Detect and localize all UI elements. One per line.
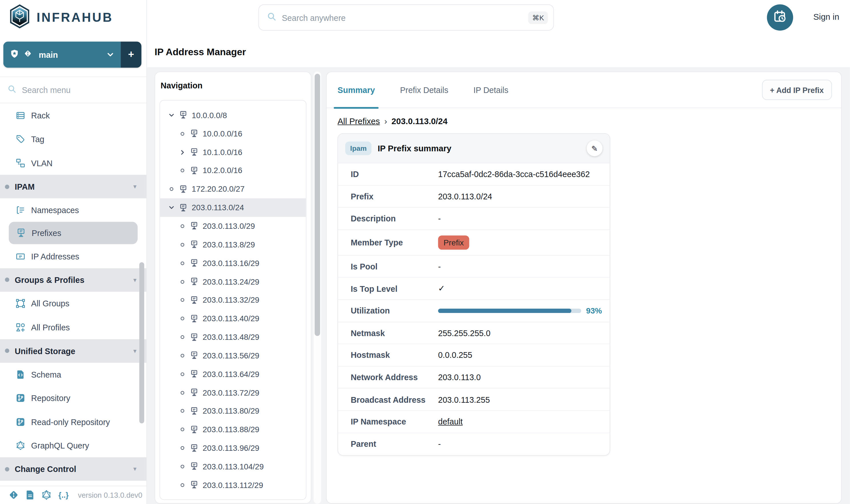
tree-item-203-0-113-0-29[interactable]: IP 203.0.113.0/29 (160, 217, 306, 235)
tree-item-203-0-113-64-29[interactable]: IP 203.0.113.64/29 (160, 365, 306, 383)
leaf-circle-icon[interactable] (179, 353, 186, 359)
leaf-circle-icon[interactable] (179, 315, 186, 322)
git-icon[interactable] (9, 490, 19, 500)
sidebar-item-repository[interactable]: Repository (0, 386, 146, 410)
section-collapse-icon[interactable]: ▼ (132, 277, 138, 283)
ip-prefix-icon: IP (190, 389, 198, 397)
tab-prefix-details[interactable]: Prefix Details (400, 72, 449, 108)
tree-item-203-0-113-8-29[interactable]: IP 203.0.113.8/29 (160, 235, 306, 254)
tree-item-203-0-113-0-24[interactable]: IP 203.0.113.0/24 (160, 199, 306, 217)
leaf-circle-icon[interactable] (179, 167, 186, 174)
sidebar-section-change-control[interactable]: Change Control ▼ (0, 457, 146, 481)
sidebar-section-groups-profiles[interactable]: Groups & Profiles ▼ (0, 268, 146, 292)
git-branch-icon (23, 49, 32, 60)
sidebar-item-schema[interactable]: Schema (0, 363, 146, 386)
vlan-icon (15, 158, 25, 167)
sidebar-item-tag[interactable]: Tag (0, 128, 146, 151)
summary-row-is-top-level: Is Top Level✓ (338, 278, 610, 300)
tree-item-203-0-113-16-29[interactable]: IP 203.0.113.16/29 (160, 254, 306, 273)
sidebar-item-label: All Groups (31, 299, 70, 308)
leaf-circle-icon[interactable] (179, 408, 186, 414)
sidebar-item-rack[interactable]: Rack (0, 104, 146, 128)
tree-item-label: 10.0.0.0/8 (192, 111, 227, 120)
tree-item-203-0-113-48-29[interactable]: IP 203.0.113.48/29 (160, 328, 306, 346)
graphql-icon[interactable] (41, 490, 51, 500)
edit-button[interactable]: ✎ (586, 141, 602, 156)
breadcrumb-all-prefixes-link[interactable]: All Prefixes (338, 116, 380, 126)
section-collapse-icon[interactable]: ▼ (132, 348, 138, 354)
document-icon[interactable] (26, 490, 35, 500)
tree-item-203-0-113-72-29[interactable]: IP 203.0.113.72/29 (160, 383, 306, 402)
tree-item-203-0-113-88-29[interactable]: IP 203.0.113.88/29 (160, 420, 306, 439)
sidebar-scrollbar[interactable] (139, 262, 144, 423)
tree-item-203-0-113-40-29[interactable]: IP 203.0.113.40/29 (160, 309, 306, 328)
sidebar-item-prefixes[interactable]: IP Prefixes (9, 222, 138, 244)
leaf-circle-icon[interactable] (179, 278, 186, 285)
chevron-down-icon[interactable] (168, 204, 175, 211)
leaf-circle-icon[interactable] (179, 223, 186, 229)
navigation-scrollbar-thumb[interactable] (314, 74, 320, 336)
leaf-circle-icon[interactable] (179, 241, 186, 248)
braces-icon[interactable]: {..} (58, 490, 69, 500)
schedule-button[interactable] (767, 4, 793, 31)
sidebar-item-vlan[interactable]: VLAN (0, 151, 146, 175)
tree-item-203-0-113-80-29[interactable]: IP 203.0.113.80/29 (160, 402, 306, 420)
branch-dropdown[interactable]: main (3, 41, 121, 68)
summary-row-value: 255.255.255.0 (438, 328, 490, 338)
tab-summary[interactable]: Summary (338, 72, 375, 108)
leaf-circle-icon[interactable] (179, 297, 186, 304)
leaf-circle-icon[interactable] (179, 371, 186, 377)
tree-item-label: 172.20.20.0/27 (192, 185, 245, 194)
leaf-circle-icon[interactable] (168, 186, 175, 193)
logo[interactable]: INFRAHUB (9, 4, 113, 31)
sidebar-item-namespaces[interactable]: Namespaces (0, 199, 146, 222)
tree-item-203-0-113-96-29[interactable]: IP 203.0.113.96/29 (160, 439, 306, 457)
leaf-circle-icon[interactable] (179, 463, 186, 470)
tab-ip-details[interactable]: IP Details (473, 72, 508, 108)
sidebar-item-ip-addresses[interactable]: IP IP Addresses (0, 245, 146, 268)
tree-item-10-2-0-0-16[interactable]: IP 10.2.0.0/16 (160, 161, 306, 180)
svg-text:IP: IP (193, 278, 196, 282)
add-ip-prefix-button[interactable]: + Add IP Prefix (762, 80, 832, 100)
tree-item-203-0-113-32-29[interactable]: IP 203.0.113.32/29 (160, 291, 306, 309)
leaf-circle-icon[interactable] (179, 445, 186, 451)
navigation-scrollbar-track[interactable] (313, 72, 321, 504)
tree-item-203-0-113-120-29[interactable]: IP 203.0.113.120/29 (160, 494, 306, 500)
leaf-circle-icon[interactable] (179, 260, 186, 266)
summary-row-prefix: Prefix203.0.113.0/24 (338, 186, 610, 208)
summary-row-label: IP Namespace (351, 417, 438, 426)
ip-prefix-icon: IP (179, 185, 187, 193)
sign-in-button[interactable]: Sign in (813, 12, 839, 22)
sidebar-item-read-only-repository[interactable]: Read-only Repository (0, 410, 146, 434)
sidebar-item-all-profiles[interactable]: All Profiles (0, 316, 146, 339)
global-search-placeholder: Search anywhere (282, 13, 346, 22)
leaf-circle-icon[interactable] (179, 334, 186, 340)
sidebar-section-ipam[interactable]: IPAM ▼ (0, 175, 146, 199)
tree-item-172-20-20-0-27[interactable]: IP 172.20.20.0/27 (160, 180, 306, 199)
tree-item-203-0-113-24-29[interactable]: IP 203.0.113.24/29 (160, 272, 306, 291)
tree-item-203-0-113-104-29[interactable]: IP 203.0.113.104/29 (160, 457, 306, 476)
svg-text:IP: IP (193, 315, 196, 318)
section-collapse-icon[interactable]: ▼ (132, 184, 138, 190)
leaf-circle-icon[interactable] (179, 130, 186, 137)
leaf-circle-icon[interactable] (179, 426, 186, 433)
tree-item-10-0-0-0-8[interactable]: IP 10.0.0.0/8 (160, 106, 306, 125)
tree-item-203-0-113-56-29[interactable]: IP 203.0.113.56/29 (160, 346, 306, 365)
tree-item-10-1-0-0-16[interactable]: IP 10.1.0.0/16 (160, 143, 306, 162)
sidebar-item-all-groups[interactable]: All Groups (0, 292, 146, 316)
leaf-circle-icon[interactable] (179, 389, 186, 396)
tree-item-10-0-0-0-16[interactable]: IP 10.0.0.0/16 (160, 124, 306, 143)
chevron-down-icon[interactable] (168, 112, 175, 119)
tree-item-203-0-113-112-29[interactable]: IP 203.0.113.112/29 (160, 476, 306, 494)
sidebar-item-graphql-query[interactable]: GraphQL Query (0, 434, 146, 457)
section-collapse-icon[interactable]: ▼ (132, 466, 138, 472)
sidebar-item-label: IP Addresses (31, 252, 79, 261)
sidebar-section-unified-storage[interactable]: Unified Storage ▼ (0, 339, 146, 363)
chevron-right-icon[interactable] (179, 149, 186, 156)
ip-namespace-link[interactable]: default (438, 417, 463, 426)
menu-search-input[interactable]: Search menu (0, 76, 146, 103)
summary-card-header: Ipam IP Prefix summary ✎ (338, 134, 610, 163)
leaf-circle-icon[interactable] (179, 482, 186, 488)
global-search-input[interactable]: Search anywhere ⌘K (258, 4, 554, 31)
add-branch-button[interactable]: + (121, 41, 142, 68)
